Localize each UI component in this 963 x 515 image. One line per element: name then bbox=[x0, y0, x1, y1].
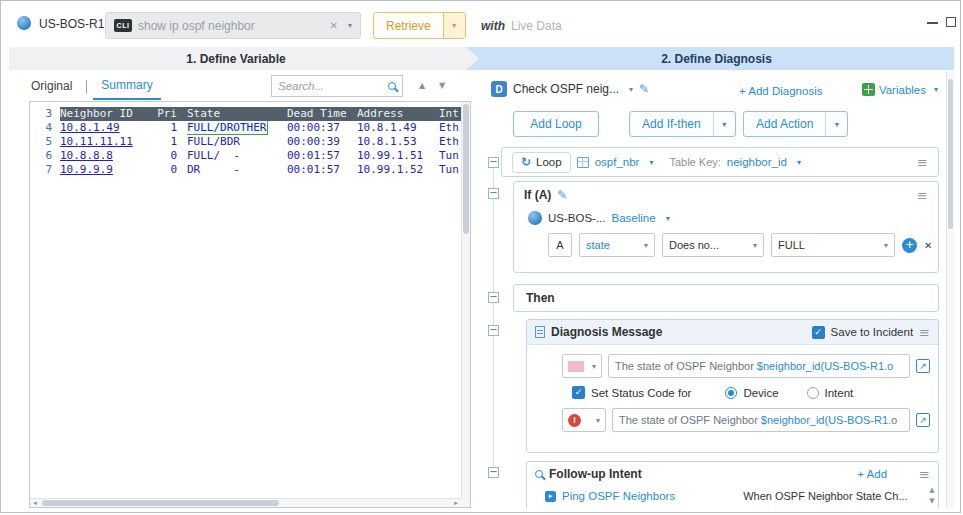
condition-value[interactable]: FULL bbox=[778, 239, 805, 251]
collapse-if-icon[interactable] bbox=[488, 188, 499, 199]
col-state: State bbox=[187, 107, 287, 121]
if-device-name: US-BOS-... bbox=[548, 212, 606, 224]
search-box[interactable] bbox=[271, 75, 403, 97]
neighbor-id-cell[interactable]: 10.11.11.11 bbox=[60, 135, 157, 149]
status-code-select[interactable] bbox=[562, 408, 606, 432]
condition-field-select[interactable]: state bbox=[579, 233, 655, 257]
diagnosis-name-dropdown[interactable]: Check OSPF neig... bbox=[513, 82, 619, 96]
search-input[interactable] bbox=[278, 80, 384, 92]
command-input[interactable]: CLI show ip ospf neighbor bbox=[105, 12, 361, 39]
command-text[interactable]: show ip ospf neighbor bbox=[138, 19, 324, 33]
message-text-input[interactable]: The state of OSPF Neighbor $neighbor_id(… bbox=[608, 354, 910, 378]
condition-operator-value[interactable]: Does no... bbox=[669, 239, 719, 251]
add-action-button[interactable]: Add Action bbox=[743, 111, 848, 137]
diagnosis-scrollbar[interactable] bbox=[946, 71, 954, 508]
add-if-then-dropdown[interactable] bbox=[713, 112, 735, 136]
add-followup-button[interactable]: + Add bbox=[857, 468, 887, 480]
scroll-right-icon[interactable] bbox=[451, 499, 461, 508]
diagnosis-scroll-thumb[interactable] bbox=[948, 79, 953, 229]
neighbor-id-value[interactable]: 10.9.9.9 bbox=[60, 163, 113, 176]
col-address: Address bbox=[357, 107, 439, 121]
loop-menu-icon[interactable] bbox=[917, 155, 928, 170]
scroll-left-icon[interactable] bbox=[30, 499, 40, 508]
if-menu-icon[interactable] bbox=[917, 188, 928, 203]
add-if-then-label[interactable]: Add If-then bbox=[630, 117, 713, 131]
tab-summary[interactable]: Summary bbox=[93, 72, 160, 100]
chevron-down-icon[interactable] bbox=[629, 85, 633, 94]
message-color-select[interactable] bbox=[562, 354, 602, 378]
open-editor-icon[interactable] bbox=[916, 413, 930, 427]
edit-if-icon[interactable] bbox=[557, 188, 567, 202]
loop-label: Loop bbox=[536, 156, 562, 168]
table-key-dropdown[interactable]: neighbor_id bbox=[727, 156, 787, 168]
command-output-view[interactable]: 3 Neighbor ID Pri State Dead Time Addres… bbox=[29, 101, 471, 508]
collapse-then-icon[interactable] bbox=[488, 292, 499, 303]
vertical-scrollbar[interactable] bbox=[461, 102, 470, 498]
error-status-icon bbox=[568, 414, 581, 427]
tab-original[interactable]: Original bbox=[23, 73, 80, 99]
condition-field-value[interactable]: state bbox=[586, 239, 610, 251]
find-next-icon[interactable] bbox=[439, 81, 445, 90]
variables-dropdown[interactable]: Variables bbox=[862, 83, 938, 96]
horizontal-scrollbar[interactable] bbox=[30, 498, 461, 507]
device-radio[interactable] bbox=[725, 387, 737, 399]
step2-banner: 2. Define Diagnosis bbox=[451, 47, 954, 70]
retrieve-split-button[interactable]: Retrieve bbox=[373, 12, 466, 39]
followup-intent-link[interactable]: Ping OSPF Neighbors bbox=[562, 490, 675, 502]
diagnosis-message-title: Diagnosis Message bbox=[551, 325, 662, 339]
then-label: Then bbox=[526, 291, 555, 305]
search-icon[interactable] bbox=[388, 82, 396, 90]
loop-table-dropdown[interactable]: ospf_nbr bbox=[595, 156, 640, 168]
message-menu-icon[interactable] bbox=[919, 325, 930, 340]
neighbor-id-value[interactable]: 10.8.8.8 bbox=[60, 149, 113, 162]
minimize-icon[interactable] bbox=[927, 22, 938, 24]
retrieve-button[interactable]: Retrieve bbox=[374, 13, 443, 38]
add-action-dropdown[interactable] bbox=[825, 112, 847, 136]
column-headers: Neighbor ID Pri State Dead Time Address … bbox=[60, 107, 470, 121]
add-loop-button[interactable]: Add Loop bbox=[513, 111, 599, 137]
intent-radio[interactable] bbox=[807, 387, 819, 399]
clear-command-icon[interactable] bbox=[330, 20, 338, 31]
condition-operator-select[interactable]: Does no... bbox=[662, 233, 764, 257]
tab-bar: Original Summary bbox=[9, 71, 471, 101]
neighbor-id-cell[interactable]: 10.8.8.8 bbox=[60, 149, 157, 163]
neighbor-id-cell[interactable]: 10.9.9.9 bbox=[60, 163, 157, 177]
followup-menu-icon[interactable] bbox=[919, 467, 930, 482]
add-condition-icon[interactable] bbox=[902, 238, 917, 253]
remove-condition-icon[interactable] bbox=[924, 240, 932, 251]
with-label: with bbox=[481, 19, 505, 33]
condition-value-select[interactable]: FULL bbox=[771, 233, 895, 257]
status-message-row: The state of OSPF Neighbor $neighbor_id(… bbox=[562, 408, 930, 432]
vertical-scroll-thumb[interactable] bbox=[463, 104, 469, 234]
loop-label-chip[interactable]: Loop bbox=[512, 152, 571, 173]
neighbor-id-cell[interactable]: 10.8.1.49 bbox=[60, 121, 157, 135]
address-cell: 10.99.1.52 bbox=[357, 163, 439, 177]
horizontal-scroll-thumb[interactable] bbox=[42, 500, 279, 506]
baseline-dropdown[interactable]: Baseline bbox=[612, 212, 656, 224]
chevron-down-icon bbox=[884, 241, 888, 250]
tree-rail bbox=[493, 161, 494, 471]
neighbor-id-value[interactable]: 10.8.1.49 bbox=[60, 121, 120, 134]
define-variable-panel: Original Summary 3 Neighbor ID Pri State… bbox=[9, 71, 471, 508]
set-status-code-checkbox[interactable] bbox=[572, 386, 585, 399]
scroll-down-icon[interactable] bbox=[926, 496, 938, 506]
collapse-message-icon[interactable] bbox=[488, 325, 499, 336]
add-loop-label[interactable]: Add Loop bbox=[518, 117, 593, 131]
collapse-followup-icon[interactable] bbox=[488, 467, 499, 478]
device-name: US-BOS-R1 bbox=[39, 17, 104, 31]
add-action-label[interactable]: Add Action bbox=[744, 117, 825, 131]
find-previous-icon[interactable] bbox=[419, 81, 425, 90]
scroll-up-icon[interactable] bbox=[926, 485, 938, 495]
maximize-icon[interactable] bbox=[946, 17, 956, 27]
retrieve-dropdown[interactable] bbox=[443, 13, 465, 38]
edit-diagnosis-icon[interactable] bbox=[639, 82, 649, 96]
save-to-incident-checkbox[interactable] bbox=[812, 326, 825, 339]
collapse-loop-icon[interactable] bbox=[488, 157, 499, 168]
open-editor-icon[interactable] bbox=[916, 359, 930, 373]
add-diagnosis-button[interactable]: + Add Diagnosis bbox=[739, 85, 822, 97]
variables-label[interactable]: Variables bbox=[879, 84, 926, 96]
command-dropdown-icon[interactable] bbox=[348, 21, 352, 30]
add-if-then-button[interactable]: Add If-then bbox=[629, 111, 736, 137]
status-message-input[interactable]: The state of OSPF Neighbor $neighbor_id(… bbox=[612, 408, 910, 432]
neighbor-id-value[interactable]: 10.11.11.11 bbox=[60, 135, 133, 148]
